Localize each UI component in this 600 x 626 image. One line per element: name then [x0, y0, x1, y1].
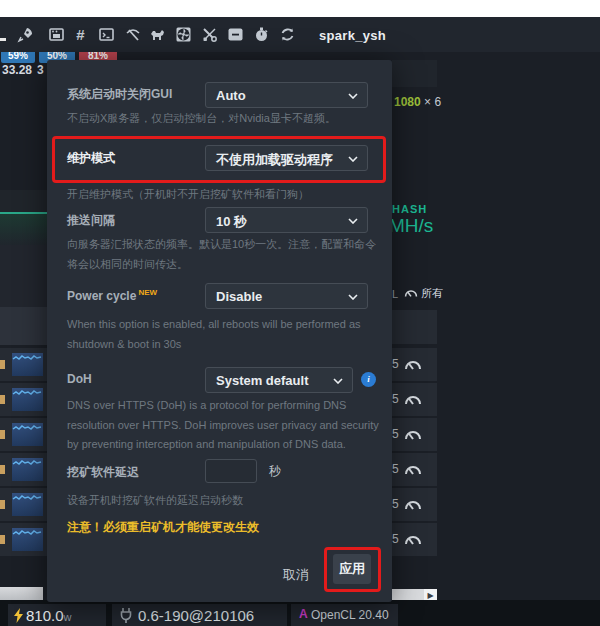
miner-delay-input[interactable] — [205, 459, 257, 483]
row-value: 5 — [392, 532, 399, 546]
left-panel-block — [0, 245, 47, 307]
settings-dialog: 系统启动时关闭GUI Auto 不启动X服务器，仅启动控制台，对Nvidia显卡… — [47, 60, 392, 602]
gpu-row-thumbnail — [0, 488, 47, 521]
row-value: 5 — [392, 357, 399, 371]
setting-label-interval: 推送间隔 — [67, 212, 115, 229]
top-toolbar: # spark_ysh — [0, 17, 600, 52]
maintenance-dropdown[interactable]: 不使用加载驱动程序 — [205, 145, 368, 171]
left-panel-block — [0, 190, 47, 212]
pickaxe-icon[interactable] — [124, 26, 141, 43]
gauge-icon[interactable] — [404, 357, 422, 371]
new-badge: NEW — [138, 288, 157, 297]
setting-label-doh: DoH — [67, 372, 92, 386]
setting-desc-maintenance: 开启维护模式（开机时不开启挖矿软件和看门狗） — [67, 185, 379, 205]
gpu-sparkline-chart — [12, 423, 43, 446]
lightning-icon — [13, 608, 24, 623]
power-plug-icon — [118, 607, 134, 623]
setting-label-miner-delay: 挖矿软件延迟 — [67, 464, 139, 481]
restart-warning: 注意！必须重启矿机才能使更改生效 — [67, 519, 259, 536]
gauge-icon[interactable] — [404, 392, 422, 406]
setting-desc-powercycle: When this option is enabled, all reboots… — [67, 315, 379, 354]
rig-cell-block — [392, 60, 437, 87]
gpu-count: × 6 — [424, 95, 441, 109]
gpu-row-thumbnail — [0, 418, 47, 451]
maintenance-dropdown-value: 不使用加载驱动程序 — [216, 151, 333, 169]
left-horizontal-scrollbar[interactable] — [0, 587, 43, 601]
watchdog-dog-icon[interactable] — [149, 26, 166, 43]
gpu-temp-sliver — [0, 430, 5, 439]
gauge-icon[interactable] — [404, 427, 422, 441]
info-icon[interactable]: i — [361, 372, 376, 387]
archive-icon[interactable] — [48, 26, 65, 43]
gpu-row-thumbnail — [0, 523, 47, 556]
gui-dropdown-value: Auto — [216, 88, 246, 103]
rocket-icon[interactable] — [17, 26, 34, 43]
partial-icon — [0, 38, 6, 41]
chevron-down-icon — [333, 378, 343, 384]
fan-icon[interactable] — [175, 26, 192, 43]
interval-dropdown-value: 10 秒 — [216, 213, 247, 231]
doh-dropdown-value: System default — [216, 373, 308, 388]
setting-label-powercycle: Power cycleNEW — [67, 288, 157, 303]
app-window: # spark_ysh 59% 50% 81% 33.28 3 — [0, 0, 600, 626]
gpu-row-thumbnail — [0, 348, 47, 381]
gpu-sparkline-chart — [12, 458, 43, 481]
doh-dropdown[interactable]: System default — [205, 367, 353, 393]
gpu-temp-sliver — [0, 360, 5, 369]
terminal-icon[interactable] — [98, 26, 115, 43]
chevron-down-icon — [348, 218, 358, 224]
chevron-down-icon — [348, 93, 358, 99]
gpu-temp-sliver — [0, 395, 5, 404]
row-value: 5 — [392, 462, 399, 476]
gpu-temp-sliver — [0, 465, 5, 474]
gpu-model-name: 1080 — [394, 95, 421, 109]
miner-delay-unit: 秒 — [269, 463, 281, 480]
bottom-status-bar: 810.0w 0.6-190@210106 A OpenCL 20.40 — [0, 600, 600, 626]
powercycle-dropdown[interactable]: Disable — [205, 283, 368, 309]
gauge-icon[interactable] — [404, 497, 422, 511]
setting-label-maintenance: 维护模式 — [67, 150, 115, 167]
gauge-icon[interactable] — [404, 462, 422, 476]
header-all: 所有 — [404, 286, 443, 301]
gpu-model-label: 1080 × 6 — [394, 95, 441, 109]
setting-desc-gui: 不启动X服务器，仅启动控制台，对Nvidia显卡不超频。 — [67, 109, 379, 129]
hash-icon[interactable]: # — [72, 26, 89, 43]
row-value: 5 — [392, 427, 399, 441]
apply-button[interactable]: 应用 — [333, 554, 371, 584]
gauge-icon[interactable] — [404, 532, 422, 546]
gui-dropdown[interactable]: Auto — [205, 82, 368, 108]
interval-dropdown[interactable]: 10 秒 — [205, 207, 368, 233]
chevron-down-icon — [348, 294, 358, 300]
gpu-sparkline-chart — [12, 353, 43, 376]
hashrate-chart-area — [0, 214, 47, 245]
worker-name[interactable]: spark_ysh — [319, 28, 386, 43]
setting-desc-doh: DNS over HTTPS (DoH) is a protocol for p… — [67, 396, 379, 455]
setting-desc-interval: 向服务器汇报状态的频率。默认是10秒一次。注意，配置和命令将会以相同的时间传达。 — [67, 235, 379, 274]
gpu-sparkline-chart — [12, 528, 43, 551]
hash-title: HASH — [392, 203, 427, 215]
row-value: 5 — [392, 392, 399, 406]
setting-desc-miner-delay: 设备开机时挖矿软件的延迟启动秒数 — [67, 491, 379, 511]
refresh-icon[interactable] — [279, 26, 296, 43]
gpu-temp-sliver — [0, 535, 5, 544]
power-unit: w — [64, 611, 72, 623]
hashrate-stat-1: 33.28 — [2, 63, 32, 77]
gpu-sparkline-chart — [12, 493, 43, 516]
header-partial-text: L — [392, 288, 398, 300]
browser-top-strip — [0, 0, 600, 17]
hashrate-stat-2: 3 — [37, 63, 44, 77]
powercycle-dropdown-value: Disable — [216, 289, 262, 304]
gpu-row-thumbnail — [0, 383, 47, 416]
opencl-cell: A OpenCL 20.40 — [291, 604, 398, 626]
left-table-header-block — [0, 307, 47, 345]
minus-box-icon[interactable] — [227, 26, 244, 43]
stopwatch-icon[interactable] — [253, 26, 270, 43]
setting-label-gui: 系统启动时关闭GUI — [67, 86, 172, 103]
power-cell: 810.0w — [8, 604, 106, 626]
row-value: 5 — [392, 497, 399, 511]
gpu-sparkline-chart — [12, 388, 43, 411]
tools-icon[interactable] — [201, 26, 218, 43]
driver-version: 0.6-190@210106 — [138, 607, 254, 624]
cancel-button[interactable]: 取消 — [283, 566, 309, 584]
opencl-version: OpenCL 20.40 — [311, 608, 389, 622]
